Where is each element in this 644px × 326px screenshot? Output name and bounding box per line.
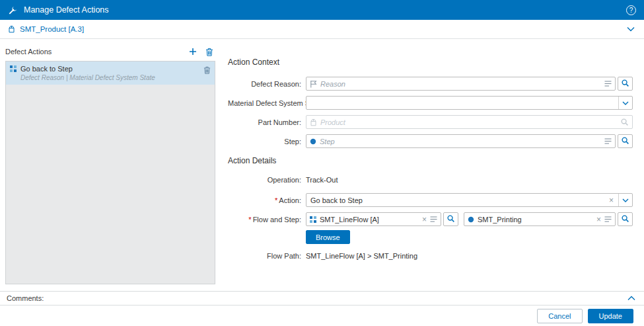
search-icon xyxy=(447,214,455,225)
comments-section[interactable]: Comments: xyxy=(0,291,644,305)
flow-icon xyxy=(310,216,316,223)
flow-field[interactable]: × xyxy=(306,212,441,226)
mdss-label: Material Defect System State: xyxy=(228,99,306,107)
defect-actions-list: Go back to Step Defect Reason | Material… xyxy=(5,61,215,284)
chevron-down-icon[interactable] xyxy=(618,97,632,109)
defect-reason-label: Defect Reason: xyxy=(228,80,306,88)
operation-label: Operation: xyxy=(228,176,306,184)
search-icon xyxy=(620,118,629,126)
list-item-title: Go back to Step xyxy=(20,64,155,73)
flow-step-search-button[interactable] xyxy=(618,212,633,226)
required-marker: * xyxy=(275,196,277,204)
open-list-icon[interactable] xyxy=(604,216,612,222)
operation-value: Track-Out xyxy=(306,176,338,184)
cancel-button[interactable]: Cancel xyxy=(537,309,582,323)
part-number-input xyxy=(320,116,618,128)
flow-step-field[interactable]: × xyxy=(464,212,616,226)
trash-icon[interactable] xyxy=(203,64,211,74)
defect-actions-header: Defect Actions xyxy=(5,46,215,58)
flag-icon xyxy=(310,80,317,88)
step-label: Step: xyxy=(228,138,306,145)
titlebar: Manage Defect Actions ? xyxy=(0,0,644,20)
part-number-field xyxy=(306,115,633,129)
update-button[interactable]: Update xyxy=(588,309,633,323)
step-input[interactable] xyxy=(319,135,602,147)
step-search-button[interactable] xyxy=(618,134,633,148)
action-dropdown[interactable]: × xyxy=(306,193,633,207)
entity-label: SMT_Product [A.3] xyxy=(20,25,84,33)
open-list-icon[interactable] xyxy=(604,81,612,87)
defect-reason-input[interactable] xyxy=(320,77,602,90)
delete-action-trash-icon[interactable] xyxy=(205,48,213,56)
step-circle-icon xyxy=(468,216,474,223)
search-icon xyxy=(621,214,629,225)
action-grid-icon xyxy=(10,64,17,72)
list-item-subtitle: Defect Reason | Material Defect System S… xyxy=(20,73,155,82)
form-area: Action Context Defect Reason: xyxy=(215,39,644,291)
defect-reason-field[interactable] xyxy=(306,77,616,91)
mdss-dropdown[interactable] xyxy=(306,96,633,110)
search-icon xyxy=(621,136,629,147)
comments-label: Comments: xyxy=(7,294,44,302)
flow-path-label: Flow Path: xyxy=(228,252,306,260)
chevron-up-icon[interactable] xyxy=(627,296,637,301)
flow-search-button[interactable] xyxy=(443,212,458,226)
search-icon xyxy=(621,79,629,89)
flow-path-value: SMT_LineFlow [A] > SMT_Printing xyxy=(306,252,417,260)
defect-actions-title: Defect Actions xyxy=(5,48,52,56)
browse-button[interactable]: Browse xyxy=(306,230,350,244)
main-area: Defect Actions Go back to Step xyxy=(0,39,644,291)
chevron-down-icon[interactable] xyxy=(627,26,636,32)
defect-reason-search-button[interactable] xyxy=(618,77,633,91)
defect-actions-panel: Defect Actions Go back to Step xyxy=(5,39,215,291)
action-input[interactable] xyxy=(310,194,606,206)
action-label: *Action: xyxy=(228,196,306,204)
add-action-icon[interactable] xyxy=(189,48,197,56)
window-title: Manage Defect Actions xyxy=(24,5,109,15)
manage-defect-actions-window: Manage Defect Actions ? SMT_Product [A.3… xyxy=(0,0,644,326)
help-icon[interactable]: ? xyxy=(626,5,636,15)
mdss-input[interactable] xyxy=(310,97,614,109)
flow-and-step-label: *Flow and Step: xyxy=(228,216,306,224)
tools-icon xyxy=(8,5,18,15)
clear-icon[interactable]: × xyxy=(608,196,614,204)
open-list-icon[interactable] xyxy=(430,216,437,222)
open-list-icon[interactable] xyxy=(604,138,612,144)
action-context-heading: Action Context xyxy=(228,58,633,67)
product-icon xyxy=(310,118,317,126)
footer-bar: Cancel Update xyxy=(0,305,644,326)
flow-step-input[interactable] xyxy=(477,213,593,225)
entity-selector-bar[interactable]: SMT_Product [A.3] xyxy=(0,20,644,39)
clear-icon[interactable]: × xyxy=(421,216,427,224)
required-marker: * xyxy=(248,216,251,224)
chevron-down-icon[interactable] xyxy=(618,194,632,206)
list-item[interactable]: Go back to Step Defect Reason | Material… xyxy=(6,61,215,85)
step-field[interactable] xyxy=(306,134,616,148)
action-details-heading: Action Details xyxy=(228,156,633,165)
clear-icon[interactable]: × xyxy=(596,216,602,224)
product-icon xyxy=(8,25,15,33)
flow-input[interactable] xyxy=(319,213,419,225)
part-number-label: Part Number: xyxy=(228,118,306,126)
step-circle-icon xyxy=(310,138,316,145)
